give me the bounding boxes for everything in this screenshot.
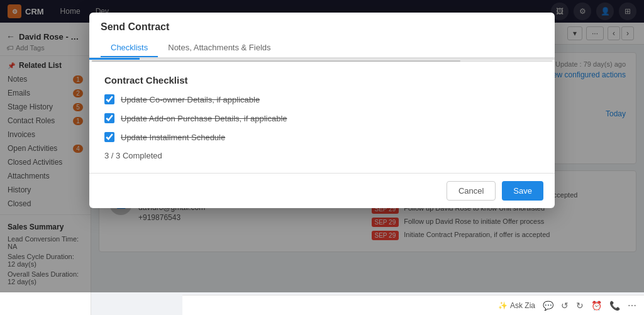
checklist-section-title: Contract Checklist xyxy=(104,75,540,86)
modal-overlay: Send Contract Checklists Notes, Attachme… xyxy=(0,0,644,292)
ask-zia-icon: ✨ xyxy=(498,301,508,310)
modal-header: Send Contract Checklists Notes, Attachme… xyxy=(89,13,555,58)
checklist-checkbox-2[interactable] xyxy=(104,132,114,142)
checklist-checkbox-1[interactable] xyxy=(104,113,114,123)
modal-body: Contract Checklist Update Co-owner Detai… xyxy=(89,62,555,173)
modal: Send Contract Checklists Notes, Attachme… xyxy=(89,13,555,208)
checklist-label-1: Update Add-on Purchase Details, if appli… xyxy=(121,114,287,123)
ask-zia[interactable]: ✨ Ask Zia xyxy=(498,301,535,310)
checklist-item-2: Update Installment Schedule xyxy=(104,132,540,142)
checklist-label-0: Update Co-owner Details, if applicable xyxy=(121,95,260,104)
checklist-item-1: Update Add-on Purchase Details, if appli… xyxy=(104,113,540,123)
modal-title: Send Contract xyxy=(101,21,543,33)
ask-zia-label: Ask Zia xyxy=(510,301,535,310)
chat-icon[interactable]: 💬 xyxy=(543,301,553,311)
modal-tabs: Checklists Notes, Attachments & Fields xyxy=(101,39,543,57)
clock-icon[interactable]: ⏰ xyxy=(591,301,602,311)
phone-icon[interactable]: 📞 xyxy=(609,301,620,311)
checklist-label-2: Update Installment Schedule xyxy=(121,133,225,142)
bottom-bar: ✨ Ask Zia 💬 ↺ ↻ ⏰ 📞 ⋯ xyxy=(182,295,644,315)
forward-icon[interactable]: ↻ xyxy=(576,301,584,311)
refresh-icon[interactable]: ↺ xyxy=(561,301,569,311)
active-tab-indicator xyxy=(89,58,140,60)
save-button[interactable]: Save xyxy=(502,181,543,201)
checklist-item-0: Update Co-owner Details, if applicable xyxy=(104,94,540,104)
modal-tab-underline xyxy=(89,58,555,60)
checklist-checkbox-0[interactable] xyxy=(104,94,114,104)
scroll-thumb xyxy=(92,60,460,62)
modal-footer: Cancel Save xyxy=(89,173,555,208)
tab-notes-attachments[interactable]: Notes, Attachments & Fields xyxy=(158,39,280,57)
cancel-button[interactable]: Cancel xyxy=(447,181,496,201)
completed-text: 3 / 3 Completed xyxy=(104,151,540,160)
more-icon[interactable]: ⋯ xyxy=(628,301,636,311)
tab-checklists[interactable]: Checklists xyxy=(101,39,158,57)
scroll-track xyxy=(92,60,552,62)
